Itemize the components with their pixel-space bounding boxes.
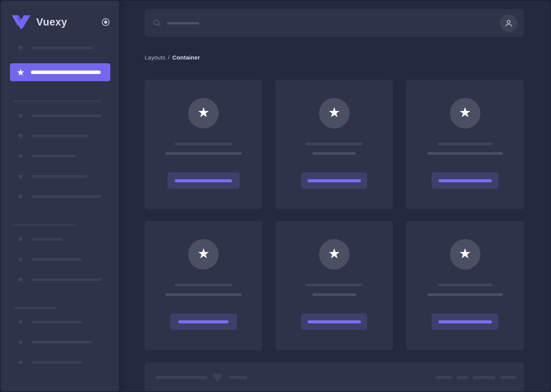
sidebar-item[interactable]: ★ [10,255,110,264]
sidebar-item[interactable]: ★ [10,43,110,52]
breadcrumb-link-layouts[interactable]: Layouts [145,54,165,61]
footer-row: ♥ [156,374,516,381]
brand-name: Vuexy [36,16,67,28]
star-icon: ★ [197,106,209,121]
card-text-skeleton [437,284,493,286]
card-avatar: ★ [188,98,219,129]
footer-link-skeleton [435,376,452,379]
star-icon: ★ [16,337,25,347]
sidebar-item-label-skeleton [31,341,92,344]
skeleton-card: ★ [276,221,393,350]
star-icon: ★ [459,106,471,121]
sidebar-item[interactable]: ★ [10,192,110,201]
star-icon: ★ [16,111,25,120]
card-text-skeleton [313,293,356,296]
button-label-skeleton [308,179,361,182]
footer-links-group [435,376,516,379]
card-grid: ★★★★★★ [145,80,524,350]
card-text-skeleton [165,152,242,155]
star-icon: ★ [16,255,25,264]
sidebar-item[interactable]: ★ [10,111,110,120]
card-action-button[interactable] [301,313,367,330]
sidebar-item-label-skeleton [31,321,82,323]
card-avatar: ★ [450,239,480,270]
card-text-skeleton [175,143,232,145]
search-input[interactable] [145,9,524,37]
main-content: Layouts / Container ★★★★★★ ♥ [119,1,550,391]
skeleton-card: ★ [406,80,524,209]
card-avatar: ★ [319,98,350,129]
sidebar-pin-toggle[interactable] [101,17,111,27]
sidebar-item[interactable]: ★ [10,317,110,326]
sidebar-item[interactable]: ★ [10,172,110,181]
card-action-button[interactable] [168,172,240,189]
card-avatar: ★ [319,239,350,270]
sidebar-item-label-skeleton [31,361,82,364]
card-text-skeleton [437,143,493,145]
sidebar-item-label-skeleton [31,114,102,117]
star-icon: ★ [16,68,25,77]
star-icon: ★ [16,192,25,201]
sidebar-item[interactable]: ★ [10,235,110,244]
card-action-button[interactable] [170,313,237,330]
button-label-skeleton [175,179,232,182]
sidebar-item-label-skeleton [31,238,63,241]
button-label-skeleton [178,320,229,323]
brand-row: Vuexy [11,14,111,31]
sidebar-item-label-skeleton [31,258,82,261]
card-text-skeleton [305,143,363,145]
card-text-skeleton [313,152,356,155]
sidebar: Vuexy ★★★★★★★★★★★★★ [1,1,119,391]
breadcrumb-current: Container [172,54,200,61]
sidebar-section-header-skeleton [13,224,76,226]
sidebar-item[interactable]: ★ [10,131,110,140]
sidebar-item-label-skeleton [31,278,102,281]
card-text-skeleton [175,284,232,286]
sidebar-item[interactable]: ★ [10,275,110,284]
footer-link-skeleton [500,376,516,379]
footer-text-skeleton [156,376,207,379]
sidebar-item-active[interactable]: ★ [10,63,110,81]
breadcrumb: Layouts / Container [145,54,524,61]
star-icon: ★ [328,106,340,121]
footer-text-skeleton [229,376,247,379]
footer-card: ♥ [145,362,524,392]
radio-circle-icon [101,17,111,27]
sidebar-item-label-skeleton [31,135,88,137]
star-icon: ★ [16,275,25,284]
card-text-skeleton [427,293,503,296]
star-icon: ★ [16,235,25,244]
sidebar-section-header-skeleton [13,100,102,102]
sidebar-section-header-skeleton [13,307,56,309]
card-action-button[interactable] [301,172,367,189]
card-action-button[interactable] [432,172,498,189]
skeleton-card: ★ [276,80,393,209]
sidebar-item[interactable]: ★ [10,337,110,347]
footer-link-skeleton [457,376,468,379]
sidebar-menu: ★★★★★★★★★★★★★ [1,43,119,367]
search-placeholder-skeleton [167,22,199,24]
sidebar-item[interactable]: ★ [10,358,110,367]
sidebar-item-label-skeleton [31,71,101,74]
footer-link-skeleton [473,376,495,379]
star-icon: ★ [459,247,471,262]
star-icon: ★ [16,131,25,140]
card-text-skeleton [306,284,363,286]
user-avatar-button[interactable] [500,14,517,32]
skeleton-card: ★ [406,221,524,350]
heart-icon[interactable]: ♥ [212,374,223,381]
button-label-skeleton [438,179,492,182]
breadcrumb-separator: / [168,54,169,61]
card-action-button[interactable] [432,313,498,330]
card-text-skeleton [427,152,503,155]
vuexy-logo-icon[interactable] [11,14,31,30]
star-icon: ★ [16,151,25,161]
skeleton-card: ★ [145,80,263,209]
sidebar-item-label-skeleton [31,47,93,49]
star-icon: ★ [16,358,25,367]
card-text-skeleton [165,293,242,296]
app-window: Vuexy ★★★★★★★★★★★★★ [0,0,551,392]
sidebar-item[interactable]: ★ [10,151,110,161]
person-icon [504,18,514,28]
skeleton-card: ★ [145,221,263,350]
